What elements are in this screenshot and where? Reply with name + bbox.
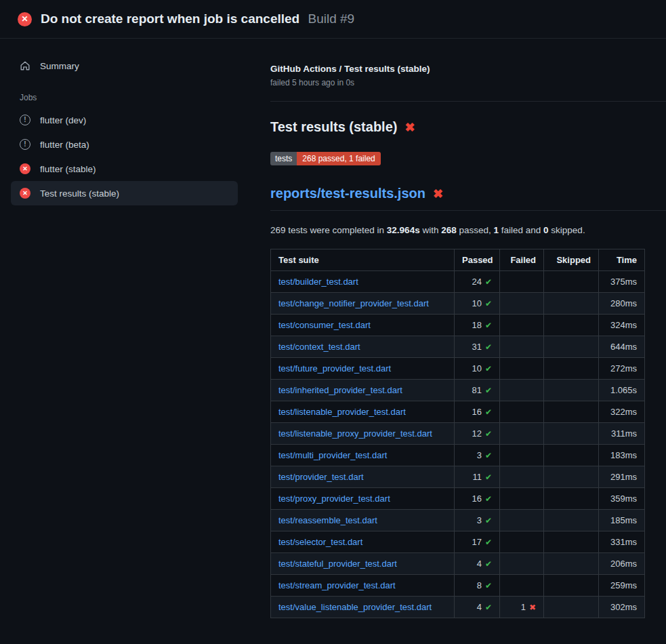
col-header-failed: Failed <box>500 249 544 271</box>
sidebar-job-item[interactable]: ✕flutter (stable) <box>11 157 238 181</box>
table-row: test/selector_test.dart17✔331ms <box>271 531 645 553</box>
check-run-header: ✕ Do not create report when job is cance… <box>0 0 666 39</box>
test-suite-link[interactable]: test/reassemble_test.dart <box>278 515 377 525</box>
test-suite-link[interactable]: test/listenable_provider_test.dart <box>278 407 406 417</box>
test-suite-link[interactable]: test/value_listenable_provider_test.dart <box>278 602 432 612</box>
summary-passed-count: 268 <box>441 225 457 235</box>
passed-cell: 10✔ <box>455 293 500 315</box>
test-suite-link[interactable]: test/consumer_test.dart <box>278 320 371 330</box>
failed-cell: 1✖ <box>500 597 544 618</box>
time-cell: 322ms <box>599 401 645 423</box>
section-title: Test results (stable) ✖ <box>270 119 644 135</box>
check-icon: ✔ <box>485 603 492 612</box>
time-cell: 183ms <box>599 445 645 466</box>
time-cell: 272ms <box>599 358 645 380</box>
summary-text: skipped. <box>549 225 585 235</box>
passed-cell: 3✔ <box>455 445 500 466</box>
time-cell: 291ms <box>599 466 645 488</box>
check-icon: ✔ <box>485 342 492 352</box>
time-cell: 375ms <box>599 271 645 293</box>
failed-cell <box>500 336 544 358</box>
summary-text: with <box>420 225 442 235</box>
time-cell: 644ms <box>599 336 645 358</box>
sidebar-job-item[interactable]: ✕Test results (stable) <box>11 181 238 205</box>
test-suite-link[interactable]: test/proxy_provider_test.dart <box>278 494 390 504</box>
check-icon: ✔ <box>485 299 492 308</box>
check-icon: ✔ <box>485 581 492 590</box>
time-cell: 302ms <box>599 597 645 618</box>
test-suite-link[interactable]: test/stateful_provider_test.dart <box>278 559 397 569</box>
passed-count: 18 <box>472 320 481 330</box>
skipped-cell <box>544 271 599 293</box>
failed-cell <box>500 423 544 445</box>
test-suite-link[interactable]: test/inherited_provider_test.dart <box>278 385 402 395</box>
table-header-row: Test suite Passed Failed Skipped Time <box>271 249 645 271</box>
summary-text: 269 tests were completed in <box>270 225 387 235</box>
check-icon: ✔ <box>485 321 492 330</box>
passed-cell: 18✔ <box>455 315 500 336</box>
check-icon: ✔ <box>485 429 492 439</box>
test-suite-link[interactable]: test/listenable_proxy_provider_test.dart <box>278 428 432 439</box>
passed-cell: 24✔ <box>455 271 500 293</box>
col-header-time: Time <box>599 249 645 271</box>
skipped-cell <box>544 488 599 510</box>
check-icon: ✔ <box>485 407 492 417</box>
time-cell: 311ms <box>599 423 645 445</box>
table-row: test/provider_test.dart11✔291ms <box>271 466 645 488</box>
passed-cell: 4✔ <box>455 553 500 575</box>
test-suite-link[interactable]: test/provider_test.dart <box>278 472 364 482</box>
passed-count: 81 <box>472 385 481 395</box>
badge-value: 268 passed, 1 failed <box>297 152 380 165</box>
passed-cell: 4✔ <box>455 597 500 618</box>
test-suite-link[interactable]: test/context_test.dart <box>278 342 360 352</box>
run-status-line: failed 5 hours ago in 0s <box>270 78 644 87</box>
jobs-section-label: Jobs <box>20 93 238 102</box>
table-row: test/value_listenable_provider_test.dart… <box>271 597 645 618</box>
time-cell: 331ms <box>599 531 645 553</box>
page-body: Summary Jobs !flutter (dev)!flutter (bet… <box>0 39 666 644</box>
skipped-cell <box>544 293 599 315</box>
home-icon <box>20 60 30 71</box>
x-emoji-icon: ✖ <box>404 121 415 134</box>
report-file-link[interactable]: reports/test-results.json <box>270 186 425 201</box>
suite-cell: test/future_provider_test.dart <box>271 358 455 380</box>
skipped-cell <box>544 575 599 597</box>
page-title: Do not create report when job is cancell… <box>41 12 354 26</box>
table-row: test/inherited_provider_test.dart81✔1.06… <box>271 380 645 401</box>
test-suite-link[interactable]: test/stream_provider_test.dart <box>278 580 396 590</box>
check-run-title: Do not create report when job is cancell… <box>41 12 299 26</box>
failed-cell <box>500 271 544 293</box>
check-icon: ✔ <box>485 277 492 287</box>
sidebar-job-item[interactable]: !flutter (beta) <box>11 132 238 157</box>
failed-cell <box>500 488 544 510</box>
test-suite-link[interactable]: test/change_notifier_provider_test.dart <box>278 298 429 308</box>
sidebar-job-item[interactable]: !flutter (dev) <box>11 108 238 132</box>
test-suite-link[interactable]: test/selector_test.dart <box>278 537 362 547</box>
section-title-text: Test results (stable) <box>270 119 397 135</box>
passed-count: 4 <box>477 602 482 612</box>
failed-count: 1 <box>521 602 526 612</box>
skipped-cell <box>544 597 599 618</box>
time-cell: 259ms <box>599 575 645 597</box>
sidebar-item-summary[interactable]: Summary <box>11 54 238 78</box>
test-suite-link[interactable]: test/multi_provider_test.dart <box>278 450 387 460</box>
skipped-cell <box>544 336 599 358</box>
test-suite-link[interactable]: test/future_provider_test.dart <box>278 363 391 374</box>
suite-cell: test/multi_provider_test.dart <box>271 445 455 466</box>
check-icon: ✔ <box>485 559 492 569</box>
check-icon: ✔ <box>485 472 492 482</box>
skipped-cell <box>544 553 599 575</box>
suite-cell: test/reassemble_test.dart <box>271 510 455 531</box>
passed-count: 10 <box>472 363 481 374</box>
table-row: test/builder_test.dart24✔375ms <box>271 271 645 293</box>
x-circle-icon: ✕ <box>18 12 32 26</box>
sidebar: Summary Jobs !flutter (dev)!flutter (bet… <box>0 39 249 644</box>
check-run-page: ✕ Do not create report when job is cance… <box>0 0 666 644</box>
test-suite-link[interactable]: test/builder_test.dart <box>278 277 358 287</box>
suite-cell: test/value_listenable_provider_test.dart <box>271 597 455 618</box>
build-number: Build #9 <box>308 12 354 26</box>
check-icon: ✔ <box>485 364 492 374</box>
time-cell: 206ms <box>599 553 645 575</box>
skipped-cell <box>544 531 599 553</box>
x-circle-icon: ✕ <box>20 188 30 199</box>
